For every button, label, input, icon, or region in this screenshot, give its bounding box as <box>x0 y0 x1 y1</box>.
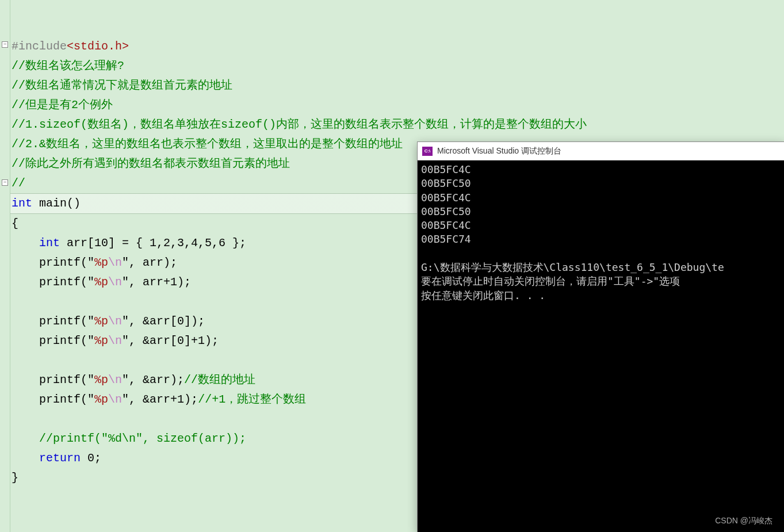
include-directive: #include <box>12 40 67 53</box>
output-line: 00B5FC4C <box>421 192 471 204</box>
fn-printf: printf <box>39 275 81 289</box>
console-title: Microsoft Visual Studio 调试控制台 <box>437 146 561 156</box>
arg-amp-arr0-plus-1: , &arr[0]+1); <box>129 334 219 347</box>
comment-line: //1.sizeof(数组名)，数组名单独放在sizeof()内部，这里的数组名… <box>12 118 587 131</box>
keyword-return: return <box>39 451 81 465</box>
output-line: 要在调试停止时自动关闭控制台，请启用"工具"->"选项 <box>421 275 680 287</box>
brace-open: { <box>12 217 18 230</box>
output-line: 00B5FC4C <box>421 219 471 231</box>
arg-amp-arr: , &arr); <box>129 373 184 386</box>
fn-printf: printf <box>39 334 81 347</box>
debug-console-window[interactable]: C:\ Microsoft Visual Studio 调试控制台 00B5FC… <box>417 141 784 532</box>
comment-line: //2.&数组名，这里的数组名也表示整个数组，这里取出的是整个数组的地址 <box>12 137 403 151</box>
return-zero: 0; <box>81 451 101 465</box>
arg-amp-arr-plus-1: , &arr+1); <box>129 393 198 406</box>
arg-amp-arr0: , &arr[0]); <box>129 315 205 328</box>
escape-seq: \n <box>108 256 122 269</box>
comment-line: // <box>12 177 25 190</box>
comment-line: //除此之外所有遇到的数组名都表示数组首元素的地址 <box>12 157 290 170</box>
output-line: 00B5FC50 <box>421 177 471 189</box>
brace-close: } <box>12 471 18 484</box>
comment-line: //数组名该怎么理解? <box>12 59 124 72</box>
comment-skip: //+1，跳过整个数组 <box>198 393 306 406</box>
keyword-int: int <box>39 236 60 250</box>
fn-printf: printf <box>39 256 81 269</box>
console-output[interactable]: 00B5FC4C 00B5FC50 00B5FC4C 00B5FC50 00B5… <box>418 160 784 532</box>
fn-printf: printf <box>39 315 81 328</box>
fn-printf: printf <box>39 393 81 406</box>
comment-line: //数组名通常情况下就是数组首元素的地址 <box>12 79 232 92</box>
output-line: G:\数据科学与大数据技术\Class110\test_6_5_1\Debug\… <box>421 261 724 273</box>
console-titlebar[interactable]: C:\ Microsoft Visual Studio 调试控制台 <box>418 142 784 160</box>
comment-printf-sizeof: //printf("%d\n", sizeof(arr)); <box>39 432 246 445</box>
arg-arr: , arr); <box>129 256 177 269</box>
function-main: main() <box>39 197 81 210</box>
output-line: 00B5FC50 <box>421 205 471 217</box>
output-line: 按任意键关闭此窗口. . . <box>421 289 545 301</box>
fold-marker-icon[interactable]: − <box>2 41 8 48</box>
arg-arr-plus-1: , arr+1); <box>129 275 191 289</box>
keyword-int: int <box>12 197 32 210</box>
gutter: − − <box>0 0 10 532</box>
output-line: 00B5FC4C <box>421 163 471 175</box>
vs-console-icon: C:\ <box>422 147 433 156</box>
fold-marker-icon[interactable]: − <box>2 179 8 186</box>
comment-line: //但是是有2个例外 <box>12 98 113 112</box>
fmt-spec: %p <box>94 256 108 269</box>
include-header: <stdio.h> <box>67 40 129 53</box>
watermark-text: CSDN @冯峻杰 <box>715 516 772 526</box>
output-line: 00B5FC74 <box>421 233 471 245</box>
comment-addr: //数组的地址 <box>184 373 255 386</box>
array-decl: arr[10] = { 1,2,3,4,5,6 }; <box>60 236 246 250</box>
fn-printf: printf <box>39 373 81 386</box>
